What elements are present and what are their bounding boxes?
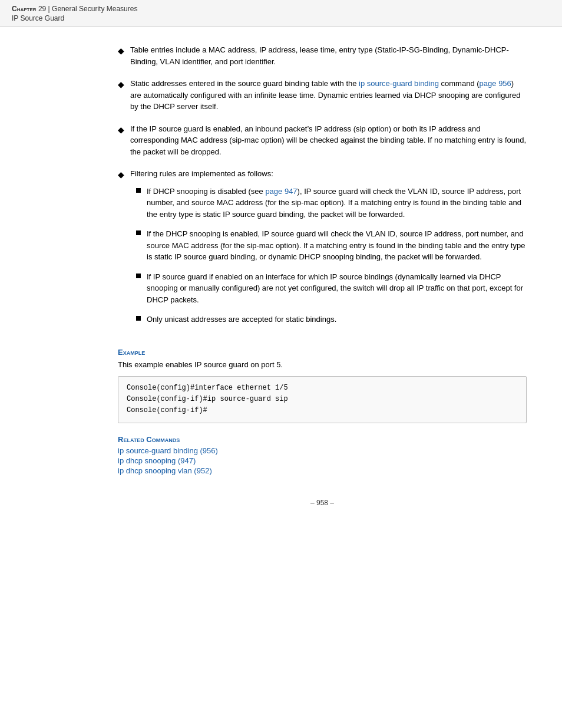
sub-bullet-text: Only unicast addresses are accepted for … bbox=[147, 314, 527, 325]
bullet-text: Filtering rules are implemented as follo… bbox=[130, 168, 527, 334]
page-number: – 958 – bbox=[310, 499, 334, 507]
related-commands-label: Related Commands bbox=[118, 435, 527, 444]
sub-bullet-text: If IP source guard if enabled on an inte… bbox=[147, 271, 527, 306]
header-sub-title: IP Source Guard bbox=[12, 14, 550, 22]
example-section: Example This example enables IP source g… bbox=[118, 348, 527, 423]
list-item: ◆ If the IP source guard is enabled, an … bbox=[118, 123, 527, 158]
page-content: ◆ Table entries include a MAC address, I… bbox=[0, 27, 562, 531]
chapter-title: General Security Measures bbox=[52, 5, 137, 13]
example-description: This example enables IP source guard on … bbox=[118, 359, 527, 371]
sub-bullet-square-icon bbox=[136, 230, 141, 235]
related-links-list: ip source-guard binding (956) ip dhcp sn… bbox=[118, 446, 527, 475]
code-block: Console(config)#interface ethernet 1/5 C… bbox=[118, 376, 527, 423]
bullet-diamond-icon: ◆ bbox=[118, 45, 124, 57]
bullet2-text-before: Static addresses entered in the source g… bbox=[130, 79, 359, 88]
page-header: Chapter 29 | General Security Measures I… bbox=[0, 0, 562, 27]
chapter-number: 29 bbox=[38, 5, 46, 13]
list-item: ◆ Table entries include a MAC address, I… bbox=[118, 44, 527, 67]
sub-bullet-square-icon bbox=[136, 274, 141, 278]
chapter-label: Chapter bbox=[12, 5, 37, 13]
page-947-link-1[interactable]: page 947 bbox=[265, 187, 297, 196]
bullet2-text-middle: command ( bbox=[439, 79, 480, 88]
list-item: If the DHCP snooping is enabled, IP sour… bbox=[136, 228, 527, 263]
list-item: If IP source guard if enabled on an inte… bbox=[136, 271, 527, 306]
list-item: ◆ Static addresses entered in the source… bbox=[118, 78, 527, 113]
page-footer: – 958 – bbox=[118, 499, 527, 507]
list-item: ◆ Filtering rules are implemented as fol… bbox=[118, 168, 527, 334]
list-item: Only unicast addresses are accepted for … bbox=[136, 314, 527, 325]
filtering-intro: Filtering rules are implemented as follo… bbox=[130, 169, 273, 178]
bullet-text: Static addresses entered in the source g… bbox=[130, 78, 527, 113]
ip-source-guard-binding-link[interactable]: ip source-guard binding bbox=[359, 79, 439, 88]
related-link-3[interactable]: ip dhcp snooping vlan (952) bbox=[118, 466, 527, 475]
sub-bullet-text: If DHCP snooping is disabled (see page 9… bbox=[147, 186, 527, 220]
related-link-2[interactable]: ip dhcp snooping (947) bbox=[118, 456, 527, 465]
sub-bullet-text: If the DHCP snooping is enabled, IP sour… bbox=[147, 228, 527, 263]
header-chapter-line: Chapter 29 | General Security Measures bbox=[12, 5, 550, 13]
bullet-text: Table entries include a MAC address, IP … bbox=[130, 44, 527, 67]
related-commands-section: Related Commands ip source-guard binding… bbox=[118, 435, 527, 475]
sub-bullet-list: If DHCP snooping is disabled (see page 9… bbox=[136, 186, 527, 325]
bullet-text: If the IP source guard is enabled, an in… bbox=[130, 123, 527, 158]
bullet-diamond-icon: ◆ bbox=[118, 78, 124, 91]
example-label: Example bbox=[118, 348, 527, 357]
page-956-link[interactable]: page 956 bbox=[480, 79, 511, 88]
bullet-diamond-icon: ◆ bbox=[118, 124, 124, 136]
related-link-1[interactable]: ip source-guard binding (956) bbox=[118, 446, 527, 455]
list-item: If DHCP snooping is disabled (see page 9… bbox=[136, 186, 527, 220]
code-line: Console(config-if)#ip source-guard sip bbox=[127, 394, 518, 405]
bullet-diamond-icon: ◆ bbox=[118, 169, 124, 181]
main-bullet-list: ◆ Table entries include a MAC address, I… bbox=[118, 44, 527, 334]
sub-bullet-square-icon bbox=[136, 188, 141, 193]
sub1-text-before: If DHCP snooping is disabled (see bbox=[147, 187, 265, 196]
code-line: Console(config)#interface ethernet 1/5 bbox=[127, 383, 518, 394]
sub-bullet-square-icon bbox=[136, 316, 141, 321]
code-line: Console(config-if)# bbox=[127, 405, 518, 416]
